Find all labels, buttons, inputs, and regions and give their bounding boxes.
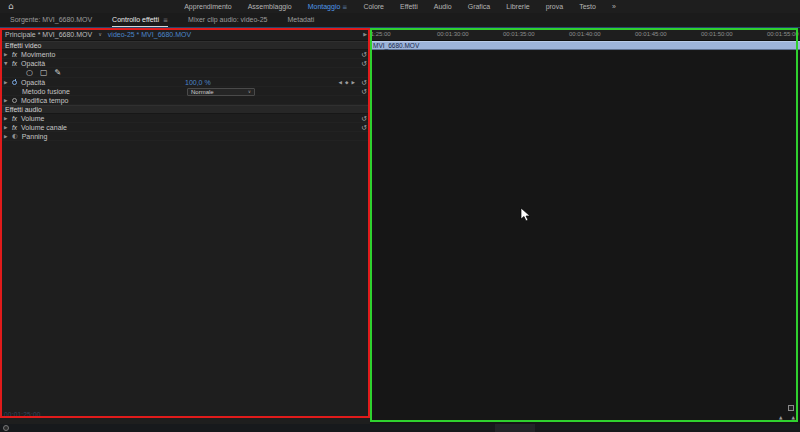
- effect-row-channel-volume[interactable]: ▶ fx Volume canale ↺: [0, 123, 370, 132]
- home-icon[interactable]: ⌂: [8, 0, 14, 13]
- twirl-collapsed-icon[interactable]: ▶: [4, 52, 12, 57]
- workspace-tab-grafica[interactable]: Grafica: [468, 3, 491, 10]
- workspace-tab-montaggio[interactable]: Montaggio≡: [308, 3, 348, 10]
- param-row-opacity[interactable]: ▶ Opacità 100,0 % ◀ ◆ ▶ ↺: [0, 78, 370, 87]
- timeline-options-icon[interactable]: [788, 405, 794, 411]
- reset-effect-icon[interactable]: ↺: [361, 115, 367, 123]
- workspace-tab-librerie[interactable]: Librerie: [506, 3, 529, 10]
- fx-badge-icon[interactable]: fx: [12, 115, 17, 122]
- panel-menu-icon[interactable]: ≡: [163, 16, 168, 23]
- twirl-collapsed-icon[interactable]: ▶: [4, 80, 12, 85]
- effect-label: Opacità: [21, 60, 45, 67]
- blend-mode-selected: Normale: [191, 89, 214, 95]
- effect-row-opacity[interactable]: ▼ fx Opacità ↺: [0, 59, 370, 68]
- toggle-animation-stopwatch-icon[interactable]: [12, 80, 17, 85]
- twirl-collapsed-icon[interactable]: ▶: [4, 125, 12, 130]
- workspace-tab-testo[interactable]: Testo: [579, 3, 596, 10]
- panning-icon: ◐: [12, 132, 18, 140]
- reset-effect-icon[interactable]: ↺: [361, 60, 367, 68]
- tab-effect-controls-label: Controllo effetti: [112, 16, 159, 23]
- timeline-zoom-controls: ▲ ▲: [779, 415, 795, 420]
- tab-effect-controls[interactable]: Controllo effetti≡: [112, 13, 168, 27]
- audio-effects-section-label: Effetti audio: [5, 106, 42, 113]
- effect-row-volume[interactable]: ▶ fx Volume ↺: [0, 114, 370, 123]
- workspace-tab-montaggio-label: Montaggio: [308, 3, 341, 10]
- ruler-label: 00:01:45:00: [635, 31, 667, 37]
- clip-name-label: MVI_6680.MOV: [373, 42, 419, 49]
- fx-badge-icon[interactable]: fx: [12, 51, 17, 58]
- opacity-mask-tools: ○ ▢ ✎: [0, 68, 370, 78]
- effect-label: Panning: [22, 133, 48, 140]
- fx-badge-icon[interactable]: fx: [12, 124, 17, 131]
- pen-mask-tool-icon[interactable]: ✎: [55, 68, 62, 78]
- timeline-ruler[interactable]: 00:01:25:00 00:01:30:00 00:01:35:00 00:0…: [370, 28, 800, 41]
- twirl-collapsed-icon[interactable]: ▶: [4, 98, 12, 103]
- effect-controls-panel: Principale * MVI_6680.MOV ∨ video-25 * M…: [0, 28, 370, 424]
- effect-label: Volume canale: [21, 124, 67, 131]
- ruler-label: 00:01:55:00: [767, 31, 799, 37]
- video-effects-section-header: Effetti video: [0, 41, 370, 50]
- timeline-empty-area[interactable]: [370, 51, 800, 424]
- ellipse-mask-tool-icon[interactable]: ○: [26, 68, 33, 78]
- effect-label: Volume: [21, 115, 44, 122]
- audio-effects-section-header: Effetti audio: [0, 105, 370, 114]
- ruler-label: 00:01:50:00: [701, 31, 733, 37]
- workspace-tab-audio[interactable]: Audio: [434, 3, 452, 10]
- panel-scroll-arrow-icon[interactable]: ▶: [363, 31, 367, 37]
- reset-param-icon[interactable]: ↺: [361, 79, 367, 87]
- clip-bar[interactable]: MVI_6680.MOV: [370, 41, 800, 50]
- workspace-tab-assemblaggio[interactable]: Assemblaggio: [248, 3, 292, 10]
- ruler-label: 00:01:30:00: [437, 31, 469, 37]
- workspace-overflow-icon[interactable]: »: [612, 3, 616, 10]
- effect-controls-timeline: 00:01:25:00 00:01:30:00 00:01:35:00 00:0…: [370, 28, 800, 424]
- add-keyframe-icon[interactable]: ◆: [345, 80, 348, 85]
- status-highlight-patch: [495, 424, 535, 432]
- reset-effect-icon[interactable]: ↺: [361, 51, 367, 59]
- workspace-tab-colore[interactable]: Colore: [363, 3, 384, 10]
- workspace-tab-effetti[interactable]: Effetti: [400, 3, 418, 10]
- zoom-handle-left-icon[interactable]: ▲: [779, 415, 782, 420]
- effect-label: Modifica tempo: [21, 97, 68, 104]
- workspace-tab-prova[interactable]: prova: [546, 3, 564, 10]
- twirl-collapsed-icon[interactable]: ▶: [4, 134, 12, 139]
- reset-param-icon[interactable]: ↺: [361, 88, 367, 96]
- reset-effect-icon[interactable]: ↺: [361, 124, 367, 132]
- master-clip-label[interactable]: Principale * MVI_6680.MOV: [5, 31, 92, 38]
- workspace-tab-apprendimento[interactable]: Apprendimento: [184, 3, 231, 10]
- time-remap-clock-icon: [12, 98, 17, 103]
- video-effects-section-label: Effetti video: [5, 42, 41, 49]
- panel-tab-bar: Sorgente: MVI_6680.MOV Controllo effetti…: [0, 13, 800, 27]
- sequence-clip-label[interactable]: video-25 * MVI_6680.MOV: [108, 31, 191, 38]
- status-circle-icon: [3, 425, 9, 431]
- rectangle-mask-tool-icon[interactable]: ▢: [40, 68, 48, 78]
- workspace-menu-icon[interactable]: ≡: [342, 3, 347, 10]
- twirl-expanded-icon[interactable]: ▼: [4, 61, 12, 66]
- effect-controls-header: Principale * MVI_6680.MOV ∨ video-25 * M…: [0, 28, 370, 41]
- prev-keyframe-icon[interactable]: ◀: [339, 80, 342, 85]
- effect-row-time-remap[interactable]: ▶ Modifica tempo: [0, 96, 370, 105]
- twirl-collapsed-icon[interactable]: ▶: [4, 116, 12, 121]
- effect-label: Movimento: [21, 51, 55, 58]
- current-timecode[interactable]: 00:01:25:00: [4, 411, 41, 418]
- ruler-label: 00:01:40:00: [569, 31, 601, 37]
- ruler-label: 00:01:35:00: [503, 31, 535, 37]
- effect-row-panning[interactable]: ▶ ◐ Panning: [0, 132, 370, 141]
- zoom-handle-right-icon[interactable]: ▲: [792, 415, 795, 420]
- blend-mode-dropdown[interactable]: Normale ∨: [187, 88, 255, 96]
- tab-source-monitor[interactable]: Sorgente: MVI_6680.MOV: [10, 13, 92, 27]
- tab-audio-clip-mixer[interactable]: Mixer clip audio: video-25: [188, 13, 267, 27]
- opacity-value[interactable]: 100,0 %: [185, 79, 211, 86]
- fx-badge-icon[interactable]: fx: [12, 60, 17, 67]
- tab-metadata[interactable]: Metadati: [287, 13, 314, 27]
- param-label: Metodo fusione: [22, 88, 70, 95]
- effect-row-motion[interactable]: ▶ fx Movimento ↺: [0, 50, 370, 59]
- app-top-bar: ⌂ Apprendimento Assemblaggio Montaggio≡ …: [0, 0, 800, 13]
- param-row-blend-mode: Metodo fusione Normale ∨ ↺: [0, 87, 370, 96]
- ruler-label: 00:01:25:00: [370, 31, 391, 37]
- chevron-down-icon: ∨: [248, 89, 251, 94]
- next-keyframe-icon[interactable]: ▶: [352, 80, 355, 85]
- param-label: Opacità: [21, 79, 45, 86]
- keyframe-navigator: ◀ ◆ ▶: [339, 80, 355, 85]
- chevron-down-icon: ∨: [98, 31, 102, 37]
- bottom-status-strip: [0, 424, 800, 432]
